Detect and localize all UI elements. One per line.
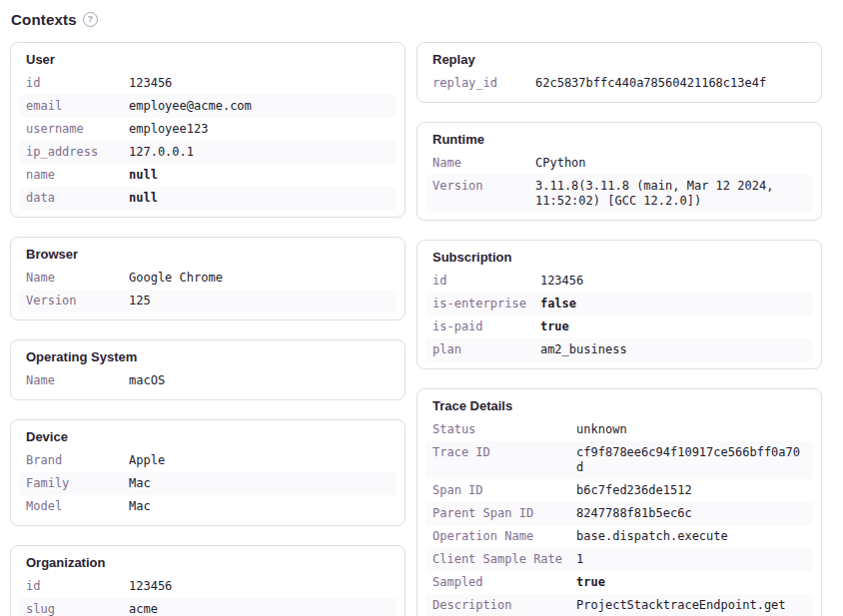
context-value: 8247788f81b5ec6c [569, 502, 813, 525]
context-row: Version 3.11.8(3.11.8 (main, Mar 12 2024… [425, 175, 813, 213]
context-key: Family [19, 472, 122, 495]
context-row: id 123456 [19, 72, 397, 95]
context-key: Brand [19, 449, 122, 472]
context-key: Operation Name [425, 525, 569, 548]
card-table-body: Name macOS [19, 369, 397, 392]
context-value: Mac [122, 472, 397, 495]
context-key: plan [425, 338, 533, 361]
card-title: Trace Details [425, 395, 813, 418]
card-title: Browser [19, 244, 397, 267]
context-value: Google Chrome [122, 267, 397, 290]
context-row: Name Google Chrome [19, 267, 397, 290]
card-table-body: Status unknown Trace ID cf9f878ee6c94f10… [425, 418, 813, 616]
context-key: id [425, 270, 533, 293]
context-value: 62c5837bffc440a78560421168c13e4f [528, 72, 813, 95]
card-table: replay_id 62c5837bffc440a78560421168c13e… [425, 72, 813, 95]
context-key: name [19, 164, 122, 187]
card-table: id 123456 email employee@acme.com userna… [19, 72, 397, 210]
context-value: employee123 [122, 118, 397, 141]
context-key: Sampled [425, 571, 569, 594]
card-table-body: Name Google Chrome Version 125 [19, 267, 397, 312]
card-title: Replay [425, 49, 813, 72]
context-value-link[interactable]: cf9f878ee6c94f10917ce566bff0a70d [569, 441, 813, 479]
context-key: username [19, 118, 122, 141]
context-row: Model Mac [19, 495, 397, 518]
context-value: false [533, 293, 813, 315]
context-row: replay_id 62c5837bffc440a78560421168c13e… [425, 72, 813, 95]
context-key: Name [19, 369, 122, 392]
context-key: email [19, 95, 122, 118]
context-key: Version [19, 290, 122, 312]
context-row: is-paid true [425, 315, 813, 338]
context-value: unknown [569, 418, 813, 441]
context-card: Operating System Name macOS [10, 339, 406, 400]
context-key: replay_id [425, 72, 528, 95]
card-title: Device [19, 426, 397, 449]
context-row: slug acme [19, 598, 397, 616]
help-icon[interactable]: ? [83, 12, 98, 27]
context-value: macOS [122, 369, 397, 392]
context-card: Organization id 123456 slug acme [10, 545, 406, 616]
context-key: id [19, 575, 122, 598]
card-title: Runtime [425, 129, 813, 152]
context-row: Sampled true [425, 571, 813, 594]
context-row: Client Sample Rate 1 [425, 548, 813, 571]
card-table: Name macOS [19, 369, 397, 392]
context-key: Trace ID [425, 441, 569, 479]
context-value: base.dispatch.execute [569, 525, 813, 548]
context-row: Family Mac [19, 472, 397, 495]
card-table: id 123456 is-enterprise false is-paid tr… [425, 270, 813, 361]
card-table: Status unknown Trace ID cf9f878ee6c94f10… [425, 418, 813, 616]
context-row: Trace ID cf9f878ee6c94f10917ce566bff0a70… [425, 441, 813, 479]
context-row: ip_address 127.0.0.1 [19, 141, 397, 164]
context-key: Name [425, 152, 528, 175]
context-card: Runtime Name CPython Version 3.11.8(3.11… [417, 122, 822, 221]
context-row: Operation Name base.dispatch.execute [425, 525, 813, 548]
context-key: Parent Span ID [425, 502, 569, 525]
page-title: Contexts [11, 11, 77, 28]
card-table: Name CPython Version 3.11.8(3.11.8 (main… [425, 152, 813, 213]
card-table-body: Name CPython Version 3.11.8(3.11.8 (main… [425, 152, 813, 213]
context-key: Status [425, 418, 569, 441]
context-column-left: User id 123456 email employee@acme.com u… [10, 42, 406, 616]
context-row: Name macOS [19, 369, 397, 392]
context-row: id 123456 [19, 575, 397, 598]
context-row: Status unknown [425, 418, 813, 441]
context-value: 123456 [122, 575, 397, 598]
context-row: id 123456 [425, 270, 813, 293]
context-value: CPython [528, 152, 813, 175]
context-value: Apple [122, 449, 397, 472]
card-table-body: Brand Apple Family Mac Model Mac [19, 449, 397, 518]
context-row: username employee123 [19, 118, 397, 141]
context-value: employee@acme.com [122, 95, 397, 118]
card-table-body: id 123456 slug acme [19, 575, 397, 616]
context-card: Replay replay_id 62c5837bffc440a78560421… [417, 42, 822, 103]
card-table-body: replay_id 62c5837bffc440a78560421168c13e… [425, 72, 813, 95]
card-table-body: id 123456 is-enterprise false is-paid tr… [425, 270, 813, 361]
context-row: Description ProjectStacktraceEndpoint.ge… [425, 594, 813, 616]
context-value: true [533, 315, 813, 338]
card-title: Subscription [425, 247, 813, 270]
context-row: Name CPython [425, 152, 813, 175]
context-value: Mac [122, 495, 397, 518]
context-row: plan am2_business [425, 338, 813, 361]
context-value: 127.0.0.1 [122, 141, 397, 164]
context-value: 3.11.8(3.11.8 (main, Mar 12 2024, 11:52:… [528, 175, 813, 213]
context-key: Name [19, 267, 122, 290]
card-table: id 123456 slug acme [19, 575, 397, 616]
context-value: 1 [569, 548, 813, 571]
context-key: id [19, 72, 122, 95]
context-key: Description [425, 594, 569, 616]
context-card: Device Brand Apple Family Mac Model Mac [10, 419, 406, 526]
context-value: acme [122, 598, 397, 616]
context-key: slug [19, 598, 122, 616]
context-value: true [569, 571, 813, 594]
context-key: is-paid [425, 315, 533, 338]
context-value: 123456 [122, 72, 397, 95]
context-key: Client Sample Rate [425, 548, 569, 571]
context-value: am2_business [533, 338, 813, 361]
context-key: Model [19, 495, 122, 518]
card-table-body: id 123456 email employee@acme.com userna… [19, 72, 397, 210]
section-header: Contexts ? [11, 11, 843, 28]
context-value: 125 [122, 290, 397, 312]
